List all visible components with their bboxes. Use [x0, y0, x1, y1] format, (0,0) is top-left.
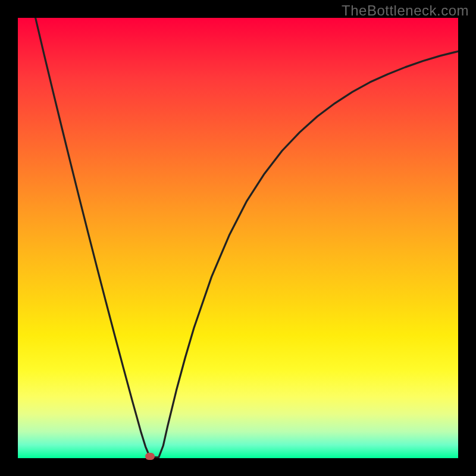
curve-layer: [18, 18, 458, 458]
watermark-label: TheBottleneck.com: [342, 2, 469, 19]
plot-area: [18, 18, 458, 458]
chart-frame: TheBottleneck.com: [0, 0, 476, 476]
bottleneck-curve: [36, 18, 458, 458]
optimum-marker: [145, 453, 155, 460]
